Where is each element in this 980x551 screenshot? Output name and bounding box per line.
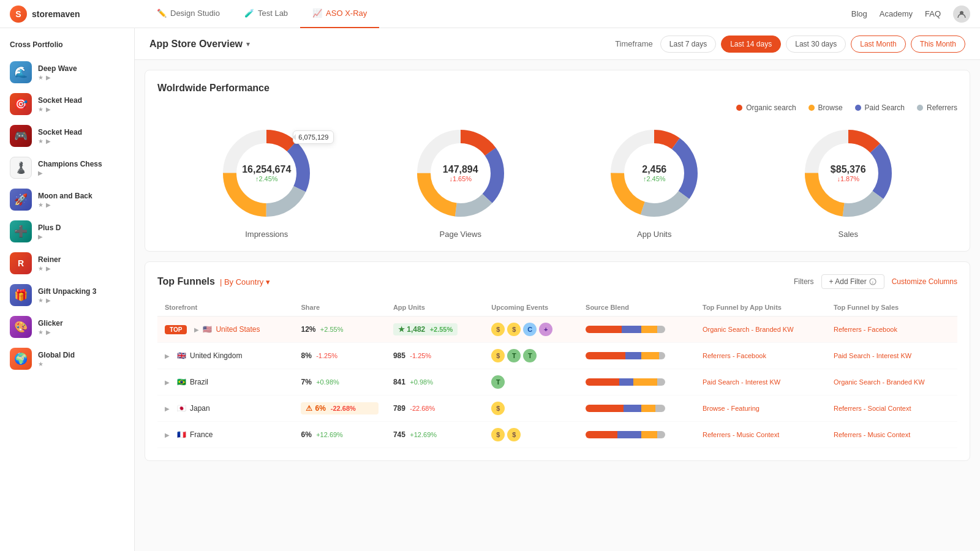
funnel-units-link-us[interactable]: Organic Search - Branded KW [703,326,794,333]
sidebar-item-champions-chess[interactable]: ♟️ Champions Chess ▶ [0,152,134,184]
sidebar-title: Cross Portfolio [0,36,134,56]
customize-columns-btn[interactable]: Customize Columns [892,277,957,286]
funnels-subtitle[interactable]: | By Country ▾ [220,277,270,287]
country-united-states[interactable]: United States [216,325,260,334]
last-30-days-btn[interactable]: Last 30 days [786,36,846,53]
source-blend-cell-uk [578,343,695,369]
tab-design-studio[interactable]: ✏️ Design Studio [145,0,232,28]
chart-sales: $85,376 ↓1.87% Sales [799,124,897,239]
country-brazil: Brazil [190,378,208,386]
last-14-days-btn[interactable]: Last 14 days [721,36,781,53]
star-icon: ★ [38,74,43,81]
app-units-cell-jp: 789 -22.68% [386,395,484,422]
sidebar-item-global-did[interactable]: 🌍 Global Did ★ [0,343,134,375]
funnels-header: Top Funnels | By Country ▾ Filters + Add… [157,274,957,289]
faq-link[interactable]: FAQ [925,9,941,18]
user-avatar[interactable] [953,6,970,23]
event-dollar-1: $ [491,323,505,336]
sidebar-item-socket-head-2[interactable]: 🎮 Socket Head ★ ▶ [0,120,134,152]
chart-app-units: 2,456 ↑2.45% App Units [605,124,703,239]
top-funnel-units-cell-fr: Referrers - Music Context [695,422,826,448]
app-icon-gift-unpacking-3: 🎁 [10,284,32,306]
last-month-btn[interactable]: Last Month [851,36,905,53]
filter-circle-icon: i [869,278,876,285]
blog-link[interactable]: Blog [851,9,867,18]
col-top-funnel-units: Top Funnel by App Units [695,299,826,317]
share-cell-jp: ⚠ 6% -22.68% [293,395,385,422]
expand-icon[interactable]: ▶ [165,379,170,386]
source-blend-cell-br [578,369,695,395]
play-icon: ▶ [46,265,51,272]
event-trophy: T [491,375,505,389]
event-dollar-2: $ [507,428,521,441]
expand-icon[interactable]: ▶ [165,432,170,438]
play-icon: ▶ [38,233,43,240]
event-dollar: $ [491,402,505,415]
app-icon-plus-d: ➕ [10,220,32,242]
funnel-units-link-fr[interactable]: Referrers - Music Context [703,431,779,438]
worldwide-title: Wolrdwide Performance [157,83,957,94]
design-studio-icon: ✏️ [157,9,167,18]
funnel-sales-link-fr[interactable]: Referrers - Music Context [834,431,910,438]
charts-row: 16,254,674 ↑2.45% 6,075,129 Impressions [157,124,957,239]
storefront-cell-fr: ▶ 🇫🇷 France [157,422,293,448]
tab-aso-xray[interactable]: 📈 ASO X-Ray [300,0,379,28]
worldwide-performance-section: Wolrdwide Performance Organic search Bro… [145,70,970,252]
warning-badge-jp: ⚠ 6% -22.68% [301,402,378,414]
col-source-blend: Source Blend [578,299,695,317]
charts-legend: Organic search Browse Paid Search Referr… [157,103,957,112]
funnel-sales-link-uk[interactable]: Paid Search - Interest KW [834,352,911,359]
storefront-cell-uk: ▶ 🇬🇧 United Kingdom [157,343,293,369]
funnel-units-link-br[interactable]: Paid Search - Interest KW [703,378,780,386]
main-layout: Cross Portfolio 🌊 Deep Wave ★ ▶ 🎯 Socket… [0,28,980,551]
sidebar-item-glicker[interactable]: 🎨 Glicker ★ ▶ [0,311,134,343]
sidebar: Cross Portfolio 🌊 Deep Wave ★ ▶ 🎯 Socket… [0,28,135,551]
donut-app-units: 2,456 ↑2.45% [605,124,703,222]
events-cell-fr: $ $ [484,422,578,448]
play-icon: ▶ [46,106,51,113]
source-blend-cell-jp [578,395,695,422]
last-7-days-btn[interactable]: Last 7 days [660,36,716,53]
sidebar-item-plus-d[interactable]: ➕ Plus D ▶ [0,216,134,247]
star-icon: ★ [38,201,43,208]
content-header: App Store Overview ▾ Timeframe Last 7 da… [135,28,980,60]
sidebar-item-deep-wave[interactable]: 🌊 Deep Wave ★ ▶ [0,56,134,88]
legend-organic-search: Organic search [736,103,796,112]
funnel-sales-link-br[interactable]: Organic Search - Branded KW [834,378,925,386]
funnel-units-link-jp[interactable]: Browse - Featuring [703,405,760,412]
top-funnels-section: Top Funnels | By Country ▾ Filters + Add… [145,261,970,461]
donut-sales: $85,376 ↓1.87% [799,124,897,222]
funnel-sales-link-jp[interactable]: Referrers - Social Context [834,405,911,412]
funnel-units-link-uk[interactable]: Referrers - Facebook [703,352,766,359]
page-title-dropdown[interactable]: ▾ [246,40,250,48]
funnels-table-body: TOP ▶ 🇺🇸 United States 12% +2.55% [157,317,957,448]
flag-uk: 🇬🇧 [177,351,186,360]
main-content: App Store Overview ▾ Timeframe Last 7 da… [135,28,980,551]
tab-test-lab[interactable]: 🧪 Test Lab [232,0,300,28]
academy-link[interactable]: Academy [880,9,913,18]
app-icon-global-did: 🌍 [10,348,32,370]
storefront-cell-br: ▶ 🇧🇷 Brazil [157,369,293,395]
star-icon: ★ [38,138,43,144]
star-icon: ★ [38,297,43,304]
funnel-sales-link-us[interactable]: Referrers - Facebook [834,326,897,333]
table-row: ▶ 🇧🇷 Brazil 7% +0.98% 841 [157,369,957,395]
donut-impressions: 16,254,674 ↑2.45% 6,075,129 [217,124,315,222]
table-row: ▶ 🇯🇵 Japan ⚠ 6% -22.68% [157,395,957,422]
sidebar-item-socket-head-1[interactable]: 🎯 Socket Head ★ ▶ [0,88,134,120]
expand-icon[interactable]: ▶ [165,405,170,412]
flag-us: 🇺🇸 [203,325,212,334]
events-cell-us: $ $ C + [484,317,578,343]
play-icon: ▶ [46,297,51,304]
add-filter-button[interactable]: + Add Filter i [821,274,884,289]
event-dollar-2: $ [507,323,521,336]
sidebar-item-reiner[interactable]: R Reiner ★ ▶ [0,247,134,279]
table-header-row: Storefront Share App Units Upcoming Even… [157,299,957,317]
page-title: App Store Overview [149,39,243,50]
expand-icon[interactable]: ▶ [165,353,170,359]
this-month-btn[interactable]: This Month [911,36,965,53]
flag-br: 🇧🇷 [177,378,186,386]
svg-text:i: i [872,280,873,285]
sidebar-item-gift-unpacking-3[interactable]: 🎁 Gift Unpacking 3 ★ ▶ [0,279,134,311]
sidebar-item-moon-and-back[interactable]: 🚀 Moon and Back ★ ▶ [0,184,134,216]
